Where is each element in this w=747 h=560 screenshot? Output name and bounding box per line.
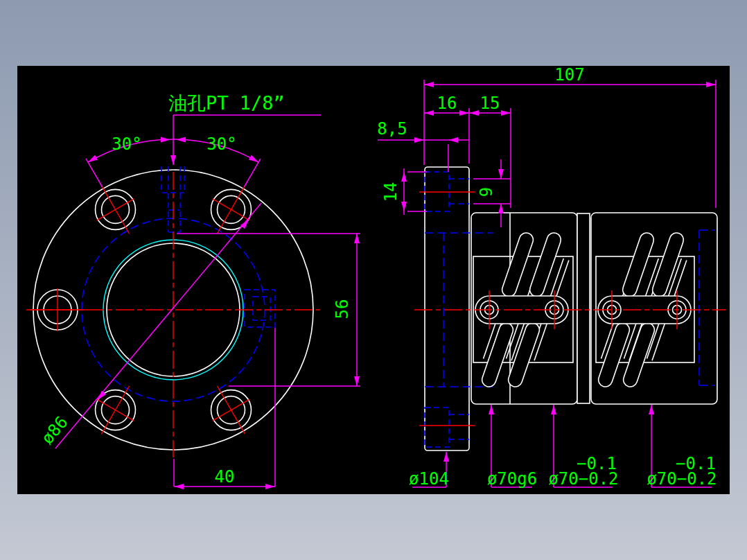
dim-16-text: 16 <box>437 94 457 113</box>
dim-15-text: 15 <box>480 94 500 113</box>
dim-9-text: 9 <box>477 187 496 197</box>
dim-107-text: 107 <box>554 65 584 85</box>
dim-8-5-text: 8,5 <box>377 119 407 139</box>
angle-right-text: 30° <box>206 134 236 154</box>
dia-70-tol-text-2: ø70−0.2 <box>647 469 717 489</box>
dia-70g6-text: ø70g6 <box>487 469 537 489</box>
dia-70-tol-text-1: ø70−0.2 <box>548 469 618 489</box>
nut-neck <box>577 213 590 403</box>
dia-104-text: ø104 <box>409 469 449 489</box>
dim-40-text: 40 <box>215 467 235 487</box>
cad-window: 油孔PT 1/8” 30° 30° ø86 56 40 <box>0 0 747 560</box>
dim-56-text: 56 <box>333 299 352 320</box>
oil-hole-note: 油孔PT 1/8” <box>168 92 285 114</box>
angle-left-text: 30° <box>112 134 141 154</box>
cad-drawing-canvas[interactable]: 油孔PT 1/8” 30° 30° ø86 56 40 <box>0 0 747 560</box>
dim-14-text: 14 <box>381 182 401 202</box>
